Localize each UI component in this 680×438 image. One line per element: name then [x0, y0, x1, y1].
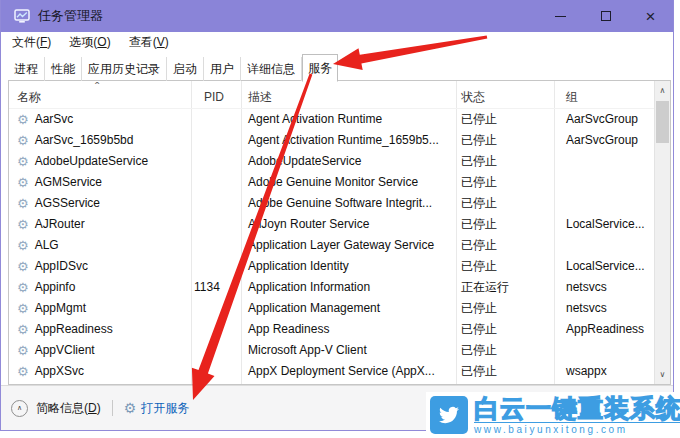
service-status-cell: 已停止: [456, 151, 554, 172]
service-pid-cell: [191, 130, 241, 151]
service-group-cell: [554, 151, 654, 172]
close-button[interactable]: ×: [628, 0, 673, 32]
service-name-cell: ⚙AppMgmt: [9, 298, 191, 319]
service-desc-cell: Adobe Genuine Software Integrit...: [241, 193, 456, 214]
table-row[interactable]: ⚙Appinfo 1134 Application Information 正在…: [9, 277, 654, 298]
screenshot-stage: 任务管理器 × 文件(F) 选项(O) 查看(V) 进程 性能 应用历史记录 启…: [0, 0, 680, 438]
service-group-cell: netsvcs: [554, 277, 654, 298]
service-pid-cell: [191, 361, 241, 382]
service-pid-cell: [191, 235, 241, 256]
tab-users[interactable]: 用户: [204, 57, 241, 81]
table-row[interactable]: ⚙AdobeUpdateService AdobeUpdateService 已…: [9, 151, 654, 172]
service-group-cell: AppReadiness: [554, 319, 654, 340]
table-row[interactable]: ⚙AGMService Adobe Genuine Monitor Servic…: [9, 172, 654, 193]
tab-app-history[interactable]: 应用历史记录: [82, 57, 167, 81]
service-group-cell: AarSvcGroup: [554, 109, 654, 130]
service-gear-icon: ⚙: [17, 155, 29, 168]
tab-performance[interactable]: 性能: [45, 57, 82, 81]
table-row[interactable]: ⚙AppReadiness App Readiness 已停止 AppReadi…: [9, 319, 654, 340]
service-status-cell: 已停止: [456, 193, 554, 214]
service-name-cell: ⚙AarSvc: [9, 109, 191, 130]
service-group-cell: [554, 172, 654, 193]
service-name-cell: ⚙AppIDSvc: [9, 256, 191, 277]
service-name-cell: ⚙AJRouter: [9, 214, 191, 235]
minimize-button[interactable]: [538, 0, 583, 32]
service-pid-cell: [191, 298, 241, 319]
table-body: ⚙AarSvc Agent Activation Runtime 已停止 Aar…: [9, 109, 654, 382]
service-status-cell: 已停止: [456, 109, 554, 130]
service-status-cell: 已停止: [456, 298, 554, 319]
service-gear-icon: ⚙: [17, 239, 29, 252]
table-row[interactable]: ⚙AppXSvc AppX Deployment Service (AppX..…: [9, 361, 654, 382]
task-manager-icon: [14, 9, 30, 23]
service-gear-icon: ⚙: [17, 302, 29, 315]
column-header-name[interactable]: 名称: [9, 88, 191, 108]
menu-options[interactable]: 选项(O): [60, 32, 119, 53]
tab-processes[interactable]: 进程: [8, 57, 45, 81]
scrollbar-thumb[interactable]: [656, 101, 669, 143]
service-gear-icon: ⚙: [17, 113, 29, 126]
table-row[interactable]: ⚙ALG Application Layer Gateway Service 已…: [9, 235, 654, 256]
watermark-text: 白云一键重装系统 www.baiyunxitong.com: [474, 396, 680, 435]
table-row[interactable]: ⚙AppIDSvc Application Identity 已停止 Local…: [9, 256, 654, 277]
watermark-url: www.baiyunxitong.com: [474, 422, 680, 435]
sort-ascending-icon: ˆ: [95, 80, 99, 95]
column-header-group[interactable]: 组: [554, 88, 654, 108]
table-row[interactable]: ⚙AppMgmt Application Management 已停止 nets…: [9, 298, 654, 319]
window-title: 任务管理器: [38, 7, 103, 25]
table-row[interactable]: ⚙AJRouter AllJoyn Router Service 已停止 Loc…: [9, 214, 654, 235]
service-desc-cell: Application Layer Gateway Service: [241, 235, 456, 256]
service-group-cell: LocalService...: [554, 256, 654, 277]
bird-logo-icon: [430, 396, 468, 434]
service-status-cell: 已停止: [456, 235, 554, 256]
service-pid-cell: [191, 340, 241, 361]
service-name-cell: ⚙AGSService: [9, 193, 191, 214]
table-row[interactable]: ⚙AarSvc Agent Activation Runtime 已停止 Aar…: [9, 109, 654, 130]
service-status-cell: 已停止: [456, 214, 554, 235]
fewer-details-button[interactable]: 简略信息(D): [36, 400, 101, 417]
menu-file[interactable]: 文件(F): [3, 32, 60, 53]
table-row[interactable]: ⚙AppVClient Microsoft App-V Client 已停止: [9, 340, 654, 361]
menu-bar: 文件(F) 选项(O) 查看(V): [1, 32, 673, 53]
task-manager-window: 任务管理器 × 文件(F) 选项(O) 查看(V) 进程 性能 应用历史记录 启…: [0, 0, 674, 431]
service-status-cell: 已停止: [456, 319, 554, 340]
column-header-status[interactable]: 状态: [456, 88, 554, 108]
service-group-cell: AarSvcGroup: [554, 130, 654, 151]
menu-view[interactable]: 查看(V): [120, 32, 178, 53]
window-controls: ×: [538, 0, 673, 32]
service-status-cell: 已停止: [456, 256, 554, 277]
service-name-cell: ⚙ALG: [9, 235, 191, 256]
service-desc-cell: Microsoft App-V Client: [241, 340, 456, 361]
service-gear-icon: ⚙: [17, 344, 29, 357]
service-pid-cell: [191, 193, 241, 214]
maximize-icon: [601, 11, 611, 21]
maximize-button[interactable]: [583, 0, 628, 32]
service-desc-cell: Application Identity: [241, 256, 456, 277]
table-row[interactable]: ⚙AarSvc_1659b5bd Agent Activation Runtim…: [9, 130, 654, 151]
bird-icon: [437, 405, 461, 425]
service-name-cell: ⚙AGMService: [9, 172, 191, 193]
footer-divider: [112, 400, 113, 416]
open-services-link[interactable]: ⚙ 打开服务: [124, 400, 190, 417]
service-gear-icon: ⚙: [17, 134, 29, 147]
tab-startup[interactable]: 启动: [167, 57, 204, 81]
service-gear-icon: ⚙: [17, 323, 29, 336]
service-status-cell: 已停止: [456, 130, 554, 151]
tab-services[interactable]: 服务: [302, 54, 338, 82]
service-group-cell: [554, 340, 654, 361]
service-pid-cell: [191, 214, 241, 235]
service-gear-icon: ⚙: [17, 281, 29, 294]
service-pid-cell: [191, 256, 241, 277]
service-gear-icon: ⚙: [17, 218, 29, 231]
tab-details[interactable]: 详细信息: [241, 57, 302, 81]
watermark-brand: 白云一键重装系统: [474, 396, 680, 421]
column-header-desc[interactable]: 描述: [241, 88, 456, 108]
service-gear-icon: ⚙: [17, 365, 29, 378]
title-bar[interactable]: 任务管理器 ×: [1, 0, 673, 32]
scroll-up-button[interactable]: ∧: [655, 81, 670, 100]
column-header-pid[interactable]: PID: [191, 88, 241, 108]
minimize-icon: [555, 16, 566, 17]
table-row[interactable]: ⚙AGSService Adobe Genuine Software Integ…: [9, 193, 654, 214]
vertical-scrollbar[interactable]: ∧ ∨: [654, 81, 670, 384]
scroll-down-button[interactable]: ∨: [655, 365, 670, 384]
